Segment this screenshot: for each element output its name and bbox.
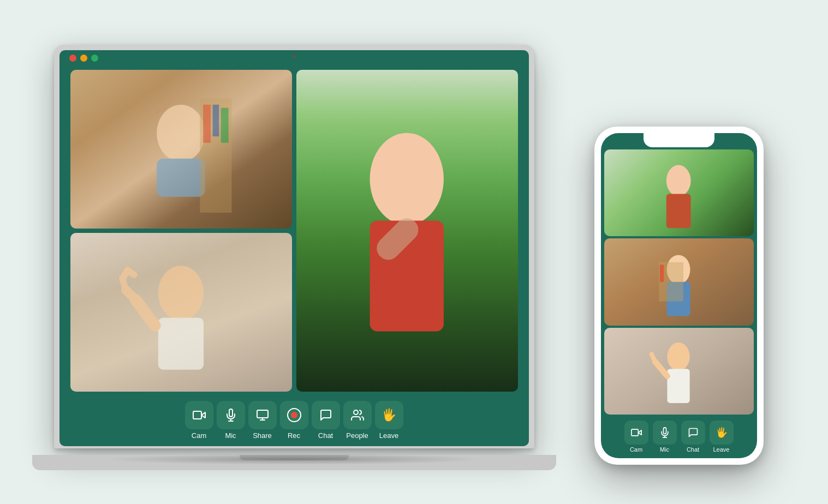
phone-cam-label: Cam bbox=[630, 446, 642, 453]
laptop-shadow bbox=[103, 454, 485, 465]
traffic-light-yellow[interactable] bbox=[80, 55, 87, 62]
svg-point-6 bbox=[158, 266, 204, 320]
rec-dot bbox=[291, 412, 297, 418]
rec-button[interactable]: Rec bbox=[280, 401, 308, 440]
share-button[interactable]: Share bbox=[248, 401, 277, 440]
video-cell-2 bbox=[70, 233, 292, 392]
svg-rect-24 bbox=[666, 194, 691, 228]
svg-rect-16 bbox=[193, 411, 201, 419]
chat-label: Chat bbox=[318, 431, 333, 440]
phone-screen: Cam Mic bbox=[601, 133, 757, 458]
svg-rect-3 bbox=[203, 105, 211, 143]
traffic-light-green[interactable] bbox=[91, 55, 98, 62]
svg-line-31 bbox=[655, 361, 667, 376]
phone-mic-button[interactable]: Mic bbox=[653, 421, 677, 453]
scene: Cam Mic bbox=[32, 12, 796, 492]
traffic-light-red[interactable] bbox=[69, 55, 76, 62]
phone-chat-label: Chat bbox=[687, 446, 699, 453]
laptop-screen-outer: Cam Mic bbox=[54, 45, 534, 448]
svg-rect-7 bbox=[158, 317, 204, 369]
leave-icon[interactable]: 🖐 bbox=[375, 401, 403, 429]
phone-video-cell-1 bbox=[604, 149, 754, 236]
svg-rect-33 bbox=[631, 429, 638, 436]
laptop: Cam Mic bbox=[49, 45, 540, 470]
share-label: Share bbox=[253, 431, 272, 440]
laptop-screen: Cam Mic bbox=[59, 50, 529, 446]
chat-button[interactable]: Chat bbox=[312, 401, 340, 440]
phone-notch bbox=[644, 133, 714, 147]
svg-rect-5 bbox=[221, 108, 229, 143]
mic-label: Mic bbox=[225, 431, 236, 440]
people-icon[interactable] bbox=[343, 401, 372, 429]
phone-cam-button[interactable]: Cam bbox=[624, 421, 648, 453]
traffic-lights bbox=[69, 55, 98, 62]
people-button[interactable]: People bbox=[343, 401, 372, 440]
phone-leave-label: Leave bbox=[713, 446, 730, 453]
phone-mic-label: Mic bbox=[660, 446, 669, 453]
phone-chat-button[interactable]: Chat bbox=[681, 421, 705, 453]
cam-icon[interactable] bbox=[185, 401, 213, 429]
phone-video-list bbox=[604, 149, 754, 415]
leave-button[interactable]: 🖐 Leave bbox=[375, 401, 403, 440]
cam-button[interactable]: Cam bbox=[185, 401, 213, 440]
phone-outer: Cam Mic bbox=[594, 127, 764, 465]
svg-line-8 bbox=[135, 299, 155, 326]
leave-label: Leave bbox=[379, 431, 398, 440]
people-label: People bbox=[346, 431, 368, 440]
leave-hand-icon: 🖐 bbox=[382, 408, 396, 422]
phone-cam-icon[interactable] bbox=[624, 421, 648, 445]
mic-icon[interactable] bbox=[217, 401, 245, 429]
rec-label: Rec bbox=[288, 431, 300, 440]
svg-point-13 bbox=[370, 133, 444, 225]
svg-point-29 bbox=[668, 342, 690, 370]
svg-rect-19 bbox=[257, 410, 268, 418]
svg-rect-4 bbox=[213, 105, 219, 136]
svg-point-22 bbox=[354, 410, 358, 415]
svg-line-15 bbox=[389, 230, 407, 248]
video-cell-1 bbox=[70, 70, 292, 229]
phone: Cam Mic bbox=[594, 127, 764, 465]
chat-icon[interactable] bbox=[312, 401, 340, 429]
video-cell-3-large bbox=[296, 70, 518, 392]
phone-mic-icon[interactable] bbox=[653, 421, 677, 445]
phone-chat-icon[interactable] bbox=[681, 421, 705, 445]
mic-button[interactable]: Mic bbox=[217, 401, 245, 440]
phone-leave-hand-icon: 🖐 bbox=[716, 427, 728, 439]
svg-rect-1 bbox=[157, 159, 205, 197]
svg-point-23 bbox=[666, 165, 691, 196]
phone-leave-button[interactable]: 🖐 Leave bbox=[710, 421, 734, 453]
phone-video-cell-3 bbox=[604, 328, 754, 415]
laptop-control-bar: Cam Mic bbox=[185, 401, 403, 440]
video-grid bbox=[70, 70, 518, 392]
phone-control-bar: Cam Mic bbox=[624, 421, 734, 453]
svg-rect-28 bbox=[660, 265, 664, 282]
svg-line-12 bbox=[128, 270, 134, 274]
svg-point-0 bbox=[157, 105, 205, 162]
rec-icon[interactable] bbox=[280, 401, 308, 429]
share-icon[interactable] bbox=[248, 401, 277, 429]
svg-line-32 bbox=[652, 354, 655, 361]
phone-leave-icon[interactable]: 🖐 bbox=[710, 421, 734, 445]
svg-rect-30 bbox=[668, 369, 690, 403]
cam-label: Cam bbox=[192, 431, 206, 440]
phone-video-cell-2 bbox=[604, 238, 754, 325]
